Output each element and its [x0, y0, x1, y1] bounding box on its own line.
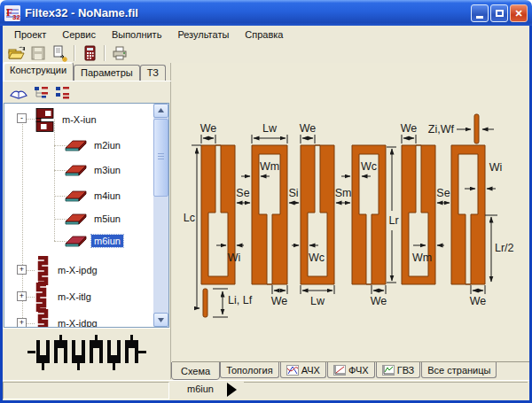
label-lw-r2: Lw: [262, 122, 278, 135]
tree-item-label: m5iun: [91, 213, 123, 225]
filter-glyph-icon: [27, 333, 146, 374]
tree-item-label: m4iun: [91, 190, 123, 202]
status-current-item: m6iun: [177, 384, 223, 394]
f32-logo-icon: F 32: [4, 5, 20, 21]
label-sm: Sm: [335, 187, 352, 199]
tree-item-m-x-itlg[interactable]: m-X-itlg: [4, 282, 153, 312]
minimize-icon: [476, 16, 483, 19]
run-play-button[interactable]: [227, 383, 237, 397]
tree-item-m5iun[interactable]: m5iun: [4, 208, 153, 229]
tab-tz[interactable]: ТЗ: [140, 65, 166, 81]
calculator-icon: [81, 44, 98, 62]
label-lc: Lc: [184, 212, 195, 224]
meander-icon: [35, 256, 50, 285]
label-we-b2: We: [371, 295, 387, 307]
label-li-lf: Li, Lf: [228, 294, 253, 306]
tree-item-m3iun[interactable]: m3iun: [4, 159, 153, 181]
meander-icon: [35, 283, 50, 312]
label-se-1: Se: [236, 187, 249, 199]
afc-chart-icon: [286, 365, 299, 376]
tree-item-label: m-X-iun: [59, 113, 99, 126]
tab-parameters[interactable]: Параметры: [74, 65, 140, 81]
tab-schema[interactable]: Схема: [172, 362, 219, 379]
book-icon[interactable]: [10, 86, 27, 99]
input-feed-line: [203, 289, 207, 317]
board-icon: [65, 189, 88, 203]
tree-item-m4iun[interactable]: m4iun: [4, 185, 153, 206]
printer-icon: [111, 44, 129, 62]
filter-type-preview: [3, 328, 170, 378]
tab-pfc[interactable]: ФЧХ: [327, 362, 375, 378]
schematic-panel: We Lw We We Zi,Wf Se Si Sm Se Wm Wi Wc W…: [172, 63, 529, 362]
minimize-button[interactable]: [471, 4, 489, 22]
label-lw-b: Lw: [310, 295, 325, 307]
label-we-r3: We: [300, 122, 317, 135]
menu-results[interactable]: Результаты: [170, 27, 236, 42]
status-bar: m6iun: [3, 380, 529, 400]
export-document-icon: [51, 44, 68, 62]
tab-topology[interactable]: Топология: [220, 362, 279, 378]
close-button[interactable]: ✕: [510, 4, 528, 22]
tab-all-pages[interactable]: Все страницы: [421, 362, 497, 378]
tree-item-m6iun[interactable]: m6iun: [4, 230, 153, 252]
menu-help[interactable]: Справка: [238, 27, 290, 42]
tab-pfc-label: ФЧХ: [348, 365, 369, 376]
maximize-icon: [496, 10, 504, 17]
tree-item-m2iun[interactable]: m2iun: [4, 135, 153, 156]
collapse-tree-icon[interactable]: [56, 86, 70, 99]
label-we-b1: We: [271, 295, 288, 307]
tab-gvz[interactable]: ГВЗ: [376, 362, 421, 378]
menu-project[interactable]: Проект: [7, 27, 53, 42]
menu-run[interactable]: Выполнить: [105, 27, 168, 42]
label-wi-r1: Wi: [228, 252, 241, 264]
expand-tree-icon[interactable]: [35, 86, 49, 99]
label-wm-r5: Wm: [412, 252, 432, 264]
menu-service[interactable]: Сервис: [55, 27, 103, 42]
tab-afc-label: АЧХ: [301, 365, 320, 376]
save-button[interactable]: [27, 44, 49, 63]
maximize-button[interactable]: [490, 4, 508, 22]
tree-item-label: m3iun: [91, 164, 123, 176]
scroll-thumb[interactable]: [153, 119, 168, 197]
status-right-panel: [244, 382, 528, 399]
tree-item-m-x-ipdg[interactable]: m-X-ipdg: [4, 255, 153, 285]
arrow-up-icon: [154, 105, 168, 117]
export-document-button[interactable]: [49, 44, 70, 63]
board-icon: [65, 234, 88, 248]
label-lr: Lr: [388, 214, 398, 227]
interdigital-icon: [35, 108, 56, 132]
tab-gvz-label: ГВЗ: [397, 365, 415, 376]
tab-constructions[interactable]: Конструкции: [3, 62, 74, 81]
tree-item-label: m-X-idpg: [55, 317, 100, 328]
toolbar: [3, 43, 529, 63]
tree-item-m-x-idpg[interactable]: m-X-idpg: [4, 308, 153, 328]
print-button[interactable]: [109, 44, 130, 63]
tree-toolbar: [3, 81, 171, 103]
label-si: Si: [288, 187, 298, 199]
save-floppy-icon: [29, 44, 47, 62]
filter-schematic-svg: We Lw We We Zi,Wf Se Si Sm Se Wm Wi Wc W…: [172, 63, 528, 361]
tab-afc[interactable]: АЧХ: [280, 362, 326, 378]
scroll-down-button[interactable]: [153, 313, 168, 327]
tree-item-label: m-X-ipdg: [55, 264, 100, 276]
app-icon-f32: F 32: [4, 5, 20, 21]
open-file-button[interactable]: [6, 44, 27, 63]
tree-item-m-x-iun[interactable]: m-X-iun: [4, 106, 153, 133]
tree-scrollbar: [153, 104, 168, 327]
tree-item-label: m2iun: [91, 139, 123, 151]
calculate-button[interactable]: [79, 44, 100, 63]
label-wc-r3: Wc: [309, 252, 325, 264]
board-icon: [65, 138, 88, 152]
application-window: F 32 Filtex32 - NoName.fil ✕ Проект Серв…: [0, 0, 532, 403]
label-wi-r6: Wi: [489, 161, 503, 174]
board-icon: [65, 163, 88, 177]
label-we-r1: We: [200, 122, 217, 135]
scroll-up-button[interactable]: [153, 104, 168, 118]
board-icon: [65, 212, 88, 226]
tree-item-label-selected: m6iun: [91, 235, 123, 247]
construction-tree: - m-X-iun: [4, 103, 169, 328]
open-folder-icon: [8, 44, 26, 62]
pfc-chart-icon: [333, 365, 346, 376]
label-zi-wf: Zi,Wf: [428, 123, 455, 136]
menu-bar: Проект Сервис Выполнить Результаты Справ…: [3, 26, 529, 43]
